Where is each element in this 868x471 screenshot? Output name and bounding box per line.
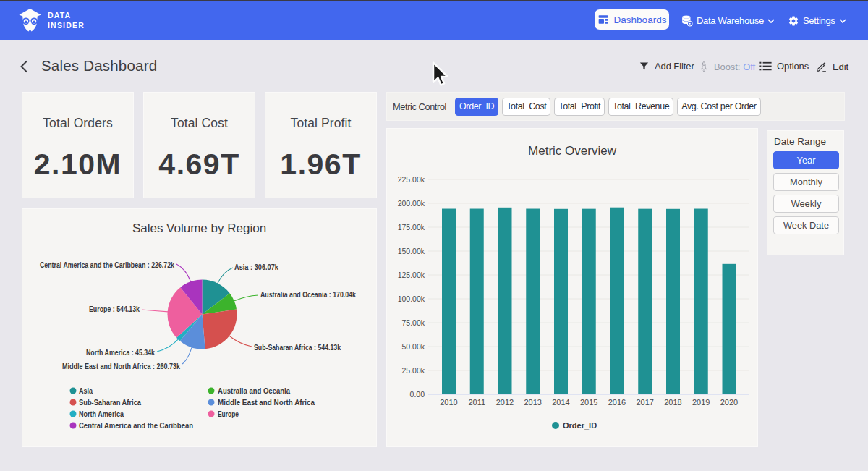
chevron-down-icon bbox=[839, 19, 846, 23]
edit-pencil-icon bbox=[815, 61, 827, 73]
bar-2018[interactable] bbox=[666, 209, 680, 394]
x-axis-tick-label: 2018 bbox=[664, 398, 681, 407]
metric-control-bar: Metric Control Order_IDTotal_CostTotal_P… bbox=[386, 92, 845, 121]
legend-dot bbox=[70, 388, 77, 394]
y-axis-tick-label: 100.00k bbox=[398, 294, 425, 303]
bar-2014[interactable] bbox=[554, 209, 568, 394]
legend-dot bbox=[70, 423, 77, 429]
metric-button-order-id[interactable]: Order_ID bbox=[455, 98, 498, 116]
x-axis-tick-label: 2014 bbox=[552, 398, 569, 407]
app-root: DATA INSIDER Dashboards Data Warehouse bbox=[0, 0, 868, 471]
legend-label: Sub-Saharan Africa bbox=[79, 398, 142, 407]
kpi-value: 4.69T bbox=[144, 148, 255, 182]
metric-button-avg-cost-per-order[interactable]: Avg. Cost per Order bbox=[677, 98, 760, 116]
y-axis-tick-label: 150.00k bbox=[398, 247, 425, 255]
date-range-button-weekly[interactable]: Weekly bbox=[773, 195, 839, 213]
y-axis-tick-label: 200.00k bbox=[398, 199, 425, 208]
kpi-value: 1.96T bbox=[265, 148, 376, 182]
date-range-button-monthly[interactable]: Monthly bbox=[773, 173, 839, 191]
sales-volume-pie-chart[interactable]: Asia : 306.07kAustralia and Oceania : 17… bbox=[22, 209, 376, 446]
edit-button[interactable]: Edit bbox=[815, 61, 848, 73]
brand-line1: DATA bbox=[48, 12, 85, 20]
brand-logo[interactable]: DATA INSIDER bbox=[19, 7, 85, 33]
y-axis-tick-label: 25.00k bbox=[401, 366, 425, 375]
legend-dot bbox=[70, 399, 77, 406]
pie-leader-line bbox=[234, 295, 258, 301]
database-icon bbox=[681, 14, 693, 27]
legend-label: Central America and the Caribbean bbox=[79, 421, 193, 430]
x-axis-tick-label: 2019 bbox=[692, 398, 710, 407]
bar-2015[interactable] bbox=[582, 209, 596, 394]
kpi-label: Total Orders bbox=[22, 116, 133, 131]
nav-dashboards-button[interactable]: Dashboards bbox=[595, 9, 669, 30]
bar-2017[interactable] bbox=[638, 209, 652, 394]
kpi-card-total-orders: Total Orders 2.10M bbox=[22, 92, 134, 198]
x-axis-tick-label: 2011 bbox=[468, 398, 485, 407]
bar-2013[interactable] bbox=[526, 209, 540, 394]
pie-leader-line bbox=[182, 347, 192, 364]
nav-settings-label: Settings bbox=[803, 15, 835, 26]
options-label: Options bbox=[777, 61, 809, 72]
kpi-label: Total Cost bbox=[144, 116, 255, 131]
pie-callout-label: Central America and the Caribbean : 226.… bbox=[40, 260, 175, 269]
bar-2010[interactable] bbox=[442, 209, 456, 394]
bar-2012[interactable] bbox=[498, 208, 512, 394]
metric-button-total-revenue[interactable]: Total_Revenue bbox=[608, 98, 673, 116]
pie-leader-line bbox=[229, 336, 252, 347]
legend-dot bbox=[208, 388, 215, 394]
kpi-label: Total Profit bbox=[265, 116, 376, 131]
bar-2019[interactable] bbox=[694, 209, 708, 394]
y-axis-tick-label: 225.00k bbox=[398, 175, 425, 184]
metric-button-total-cost[interactable]: Total_Cost bbox=[502, 98, 550, 116]
legend-label: Asia bbox=[79, 386, 93, 395]
gear-icon bbox=[788, 15, 799, 27]
boost-label: Boost: bbox=[714, 61, 740, 72]
nav-data-warehouse[interactable]: Data Warehouse bbox=[681, 1, 775, 40]
y-axis-tick-label: 0.00 bbox=[410, 390, 425, 399]
pie-slice-sub-saharan-africa[interactable] bbox=[203, 310, 237, 349]
brand-line2: INSIDER bbox=[48, 22, 85, 30]
bar-2016[interactable] bbox=[610, 208, 624, 394]
nav-dashboards-label: Dashboards bbox=[614, 14, 667, 25]
kpi-value: 2.10M bbox=[22, 148, 133, 182]
metric-button-total-profit[interactable]: Total_Profit bbox=[554, 98, 605, 116]
pie-leader-line bbox=[142, 310, 169, 312]
pie-callout-label: Asia : 306.07k bbox=[234, 263, 279, 271]
pie-callout-label: Sub-Saharan Africa : 544.13k bbox=[254, 343, 341, 352]
legend-dot bbox=[208, 411, 215, 417]
date-range-button-week-date[interactable]: Week Date bbox=[773, 216, 839, 234]
legend-dot bbox=[70, 411, 77, 417]
pie-leader-line bbox=[157, 339, 179, 352]
boost-toggle[interactable]: Boost: Off bbox=[699, 61, 755, 72]
metric-control-label: Metric Control bbox=[393, 101, 446, 112]
nav-settings[interactable]: Settings bbox=[788, 1, 846, 40]
kpi-card-total-cost: Total Cost 4.69T bbox=[143, 92, 255, 198]
edit-label: Edit bbox=[833, 61, 848, 72]
pie-callout-label: North America : 45.34k bbox=[86, 348, 156, 357]
x-axis-tick-label: 2016 bbox=[608, 398, 626, 407]
dashboard-header: Sales Dashboard Add Filter Boost: Off bbox=[0, 41, 868, 89]
metric-overview-bar-chart[interactable]: 0.0025.00k50.00k75.00k100.00k125.00k150.… bbox=[387, 129, 757, 446]
bar-2011[interactable] bbox=[470, 209, 484, 394]
top-navigation-bar: DATA INSIDER Dashboards Data Warehouse bbox=[0, 0, 868, 40]
date-range-card: Date Range YearMonthlyWeeklyWeek Date bbox=[767, 130, 844, 255]
bar-2020[interactable] bbox=[723, 264, 736, 394]
pie-leader-line bbox=[217, 268, 233, 284]
y-axis-tick-label: 75.00k bbox=[401, 318, 425, 327]
pie-callout-label: Australia and Oceania : 170.04k bbox=[260, 290, 357, 299]
options-button[interactable]: Options bbox=[760, 61, 809, 72]
options-list-icon bbox=[760, 61, 772, 72]
add-filter-button[interactable]: Add Filter bbox=[639, 61, 694, 72]
date-range-title: Date Range bbox=[774, 137, 838, 147]
date-range-button-year[interactable]: Year bbox=[773, 151, 839, 169]
legend-label: Australia and Oceania bbox=[218, 386, 291, 395]
x-axis-tick-label: 2020 bbox=[720, 398, 738, 407]
filter-funnel-icon bbox=[639, 61, 650, 72]
boost-state: Off bbox=[743, 61, 755, 72]
back-chevron-icon[interactable] bbox=[20, 60, 28, 73]
chevron-down-icon bbox=[767, 19, 775, 23]
y-axis-tick-label: 125.00k bbox=[398, 271, 425, 279]
legend-label: North America bbox=[79, 410, 124, 418]
brand-text: DATA INSIDER bbox=[48, 12, 85, 29]
pie-callout-label: Middle East and North Africa : 260.73k bbox=[62, 362, 181, 370]
